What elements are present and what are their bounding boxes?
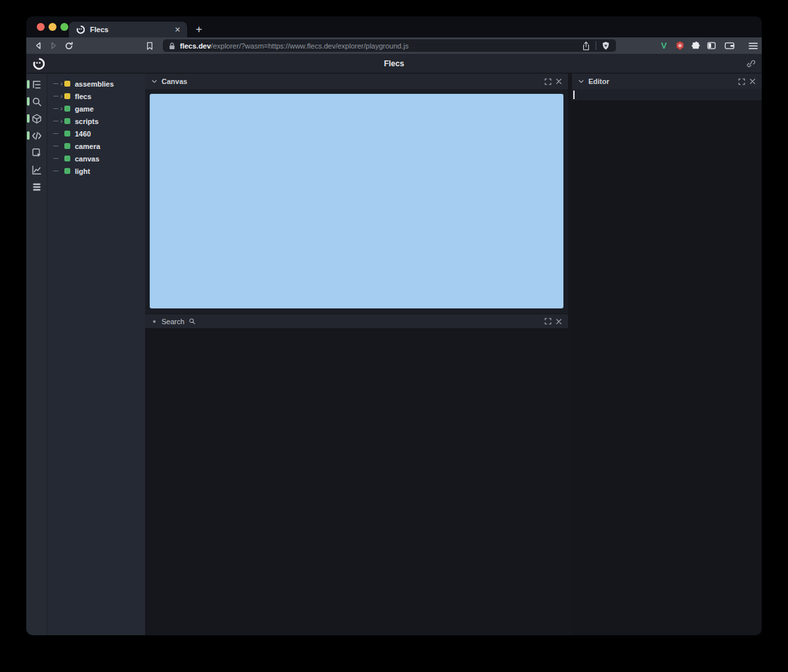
code-editor[interactable]	[572, 89, 762, 635]
entity-tree-panel: ›assemblies ›flecs ›game ›scripts 1460 c…	[47, 74, 145, 635]
urlbar-separator	[596, 41, 596, 50]
chart-icon	[32, 165, 42, 175]
brave-shield-icon[interactable]	[602, 41, 610, 51]
rail-tree-button[interactable]	[26, 76, 47, 93]
bookmark-icon[interactable]	[143, 37, 156, 54]
expand-chevron-icon[interactable]: ›	[58, 117, 64, 125]
share-icon[interactable]	[582, 41, 590, 51]
rail-stats-button[interactable]	[26, 161, 47, 178]
menu-hamburger-icon[interactable]	[747, 37, 759, 54]
magnifier-icon	[188, 318, 196, 325]
expand-chevron-icon[interactable]: ›	[58, 93, 64, 100]
screenshot: Flecs ✕ + flecs.dev/explor	[0, 0, 788, 672]
canvas-panel-header[interactable]: Canvas	[145, 74, 568, 89]
tab-bar: Flecs ✕ +	[26, 16, 762, 37]
page-title: Flecs	[26, 59, 762, 68]
webgl-canvas[interactable]	[150, 94, 563, 308]
tree-item-light[interactable]: light	[47, 165, 145, 177]
close-panel-icon[interactable]	[749, 78, 756, 85]
new-tab-button[interactable]: +	[190, 22, 208, 37]
inspect-cursor-icon	[32, 148, 42, 158]
permalink-icon[interactable]	[746, 59, 755, 68]
tab-favicon-flecs-icon	[76, 25, 85, 34]
expand-chevron-icon[interactable]: ›	[58, 105, 64, 112]
search-panel-title: Search	[162, 318, 185, 326]
sidebar-toggle-icon[interactable]	[705, 37, 717, 54]
minimize-window-button[interactable]	[49, 23, 56, 31]
url-path: /explorer/?wasm=https://www.flecs.dev/ex…	[211, 42, 408, 50]
editor-panel-header[interactable]: Editor	[572, 74, 762, 89]
fullscreen-icon[interactable]	[738, 78, 745, 85]
canvas-panel-title: Canvas	[162, 77, 187, 85]
collapse-chevron-down-icon[interactable]	[578, 78, 584, 85]
lock-icon	[169, 42, 175, 50]
tree-branch-line	[53, 146, 58, 146]
search-icon	[32, 96, 42, 107]
fullscreen-icon[interactable]	[544, 78, 552, 85]
tree-icon	[32, 79, 42, 90]
tree-item-1460[interactable]: 1460	[47, 127, 145, 140]
extension-red-badge-icon[interactable]	[674, 37, 686, 54]
tree-item-label: light	[75, 167, 90, 175]
tree-item-label: camera	[75, 142, 100, 150]
canvas-panel-body	[145, 89, 568, 314]
forward-icon[interactable]	[47, 37, 60, 54]
fullscreen-icon[interactable]	[544, 318, 552, 325]
tab-close-icon[interactable]: ✕	[175, 26, 181, 33]
tree-branch-line	[53, 133, 58, 134]
panel-icon-rail	[26, 74, 47, 635]
editor-panel-title: Editor	[588, 77, 609, 85]
url-text: flecs.dev/explorer/?wasm=https://www.fle…	[180, 42, 408, 50]
rail-entities-button[interactable]	[26, 110, 47, 127]
tree-item-label: scripts	[75, 117, 98, 125]
entity-color-swatch	[64, 93, 70, 99]
tree-branch-line	[53, 83, 58, 84]
tree-item-assemblies[interactable]: ›assemblies	[47, 77, 145, 90]
browser-tab[interactable]: Flecs ✕	[69, 22, 187, 37]
rail-tables-button[interactable]	[26, 178, 47, 196]
tree-item-camera[interactable]: camera	[47, 140, 145, 152]
tree-item-label: flecs	[75, 93, 91, 100]
active-indicator	[27, 80, 30, 89]
rail-inspect-button[interactable]	[26, 144, 47, 161]
close-panel-icon[interactable]	[556, 318, 562, 325]
tree-item-game[interactable]: ›game	[47, 102, 145, 115]
zoom-window-button[interactable]	[60, 23, 68, 31]
tree-item-label: canvas	[75, 155, 99, 163]
tree-branch-line	[53, 108, 58, 109]
editor-active-line[interactable]	[572, 89, 762, 100]
tree-branch-line	[53, 96, 58, 96]
tree-branch-line	[53, 171, 58, 171]
url-host: flecs.dev	[180, 42, 211, 50]
tree-item-scripts[interactable]: ›scripts	[47, 115, 145, 127]
entity-color-swatch	[64, 156, 70, 161]
tree-item-label: game	[75, 105, 94, 113]
search-panel-header[interactable]: Search	[145, 314, 568, 328]
vue-v-glyph: V	[661, 41, 667, 51]
extension-vue-devtools-icon[interactable]: V	[658, 37, 670, 54]
extensions-puzzle-icon[interactable]	[690, 37, 701, 54]
active-indicator	[27, 131, 30, 140]
window-controls	[37, 23, 68, 31]
close-window-button[interactable]	[37, 23, 45, 31]
tree-item-flecs[interactable]: ›flecs	[47, 90, 145, 102]
rail-search-button[interactable]	[26, 93, 47, 110]
collapsed-bullet-icon[interactable]	[153, 320, 156, 323]
collapse-chevron-down-icon[interactable]	[151, 78, 158, 85]
rows-icon	[32, 182, 42, 192]
navigation-bar: flecs.dev/explorer/?wasm=https://www.fle…	[26, 37, 762, 54]
expand-chevron-icon[interactable]: ›	[58, 80, 64, 87]
active-indicator	[27, 97, 30, 106]
url-bar[interactable]: flecs.dev/explorer/?wasm=https://www.fle…	[163, 39, 616, 52]
tab-title: Flecs	[90, 26, 108, 33]
close-panel-icon[interactable]	[556, 78, 562, 85]
back-icon[interactable]	[32, 37, 45, 54]
tree-item-canvas[interactable]: canvas	[47, 152, 145, 165]
urlbar-actions	[582, 41, 610, 51]
reload-icon[interactable]	[62, 37, 76, 54]
entity-color-swatch	[64, 168, 70, 174]
rail-code-button[interactable]	[26, 127, 47, 144]
cube-icon	[32, 114, 42, 124]
entity-color-swatch	[64, 131, 70, 136]
wallet-icon[interactable]	[724, 37, 735, 54]
